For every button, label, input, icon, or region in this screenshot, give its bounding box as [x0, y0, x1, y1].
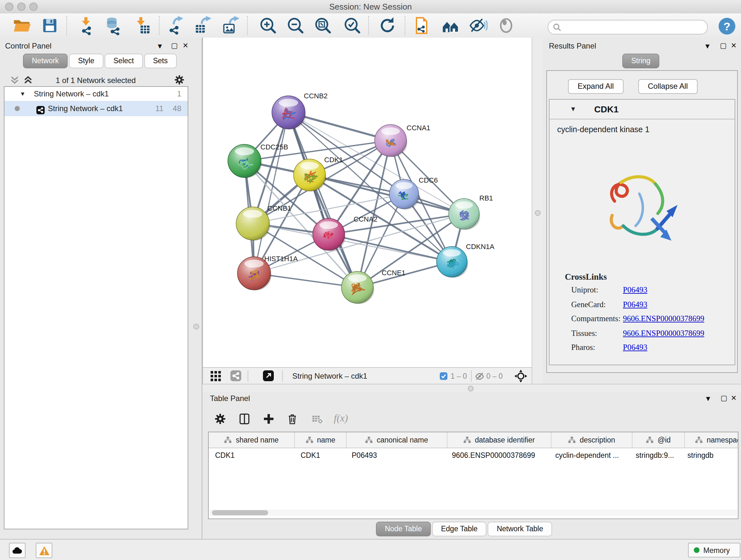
- node-CDK1[interactable]: [293, 159, 327, 192]
- edge-CCNA2-CDKN1A[interactable]: [329, 234, 452, 262]
- crosslink-link[interactable]: P06493: [623, 300, 647, 309]
- node-CCNB1[interactable]: [236, 207, 270, 241]
- section-expander-icon[interactable]: ▼: [570, 105, 576, 112]
- node-CDKN1A[interactable]: [436, 246, 468, 278]
- node-RB1[interactable]: [449, 199, 480, 230]
- network-canvas[interactable]: CCNB2CCNA1CDC25BCDK1CDC6RB1CCNB1CCNA2CDK…: [203, 38, 532, 367]
- selected-checkbox-icon[interactable]: [440, 372, 448, 381]
- network-selection-status: 1 of 1 Network selected: [0, 76, 192, 85]
- column-header-label: namespace: [707, 436, 738, 444]
- column-header--id[interactable]: @id: [632, 432, 685, 448]
- column-header-description[interactable]: description: [551, 432, 632, 448]
- column-header-shared-name[interactable]: shared name: [209, 432, 295, 448]
- float-panel-icon[interactable]: ▼: [704, 394, 712, 403]
- show-all-icon[interactable]: [496, 16, 516, 35]
- window-minimize-icon[interactable]: [17, 3, 25, 11]
- memory-button[interactable]: Memory: [688, 543, 740, 557]
- copy-network-icon[interactable]: [412, 16, 431, 35]
- table-horizontal-scrollbar[interactable]: [209, 509, 737, 516]
- close-panel-icon[interactable]: ✕: [731, 393, 737, 402]
- node-CCNB2[interactable]: [272, 96, 306, 130]
- help-icon[interactable]: ?: [718, 17, 734, 33]
- tab-network-table[interactable]: Network Table: [488, 522, 552, 537]
- node-CCNE1[interactable]: [341, 271, 374, 304]
- delete-column-icon[interactable]: [286, 413, 299, 427]
- export-table-icon[interactable]: [193, 16, 212, 35]
- column-header-name[interactable]: name: [295, 432, 347, 448]
- crosslink-label: Uniprot:: [571, 286, 598, 295]
- collection-expander-icon[interactable]: ▼: [20, 87, 25, 101]
- zoom-selected-icon[interactable]: [343, 16, 362, 35]
- gene-name: CDK1: [594, 104, 618, 114]
- toolbar-separator: [405, 16, 405, 35]
- network-options-gear-icon[interactable]: [174, 74, 185, 87]
- window-close-icon[interactable]: [5, 3, 13, 11]
- table-cell: stringdb:9...: [629, 448, 681, 462]
- edge-CCNB2-HIST1H1A[interactable]: [254, 112, 288, 273]
- table-options-gear-icon[interactable]: [214, 413, 226, 427]
- crosslink-link[interactable]: P06493: [623, 343, 647, 353]
- maximize-panel-icon[interactable]: ▢: [721, 393, 727, 402]
- first-neighbors-icon[interactable]: [441, 16, 460, 35]
- import-table-icon[interactable]: [133, 16, 152, 35]
- birdseye-grid-icon[interactable]: [211, 371, 221, 382]
- add-column-icon[interactable]: [262, 413, 275, 427]
- open-in-browser-icon[interactable]: [263, 370, 274, 382]
- network-collection-row[interactable]: ▼ String Network – cdk1 1: [4, 87, 188, 101]
- import-network-icon[interactable]: [77, 16, 96, 35]
- crosslink-label: Pharos:: [571, 343, 595, 353]
- maximize-panel-icon[interactable]: ▢: [720, 41, 727, 50]
- refresh-icon[interactable]: [378, 16, 397, 35]
- float-panel-icon[interactable]: ▼: [156, 42, 163, 51]
- tab-style[interactable]: Style: [69, 54, 103, 68]
- crosslink-link[interactable]: 9606.ENSP00000378699: [623, 329, 704, 338]
- column-header-namespace[interactable]: namespace: [685, 432, 738, 448]
- save-session-icon[interactable]: [40, 16, 59, 35]
- close-panel-icon[interactable]: ✕: [183, 41, 188, 50]
- close-panel-icon[interactable]: ✕: [731, 41, 737, 50]
- tab-string[interactable]: String: [622, 54, 659, 68]
- node-CCNA1[interactable]: [375, 125, 408, 157]
- show-columns-icon[interactable]: [238, 413, 251, 427]
- tab-sets[interactable]: Sets: [144, 54, 177, 68]
- table-row[interactable]: CDK1CDK1P064939606.ENSP00000378699cyclin…: [209, 448, 738, 462]
- node-CCNA2[interactable]: [313, 219, 346, 251]
- column-header-canonical-name[interactable]: canonical name: [347, 432, 448, 448]
- search-input[interactable]: [563, 21, 703, 33]
- maximize-panel-icon[interactable]: ▢: [171, 41, 178, 50]
- tab-select[interactable]: Select: [105, 54, 143, 68]
- crosslink-link[interactable]: P06493: [623, 286, 647, 295]
- expand-all-button[interactable]: Expand All: [568, 79, 623, 94]
- collapse-all-button[interactable]: Collapse All: [638, 79, 697, 94]
- node-CDC25B[interactable]: [228, 144, 262, 178]
- import-database-icon[interactable]: [104, 16, 123, 35]
- cloud-button[interactable]: [9, 543, 25, 558]
- hide-selected-icon[interactable]: [468, 16, 488, 35]
- zoom-in-icon[interactable]: [259, 16, 278, 35]
- cytoscape-window: Session: New Session: [0, 0, 741, 560]
- network-row[interactable]: String Network – cdk1 11 48: [4, 101, 188, 116]
- zoom-fit-icon[interactable]: [313, 16, 333, 35]
- zoom-out-icon[interactable]: [286, 16, 305, 35]
- tab-network[interactable]: Network: [23, 54, 68, 68]
- tab-edge-table[interactable]: Edge Table: [432, 522, 487, 537]
- window-zoom-icon[interactable]: [29, 3, 38, 11]
- vertical-splitter-handle[interactable]: [535, 210, 541, 216]
- export-network-icon[interactable]: [166, 16, 185, 35]
- horizontal-splitter-handle[interactable]: [468, 386, 474, 391]
- column-header-database-identifier[interactable]: database identifier: [448, 432, 551, 448]
- pan-crosshair-icon[interactable]: [515, 370, 527, 384]
- left-splitter-handle[interactable]: [193, 324, 199, 329]
- tab-node-table[interactable]: Node Table: [376, 522, 431, 537]
- export-image-icon[interactable]: [221, 16, 241, 35]
- float-panel-icon[interactable]: ▼: [704, 42, 711, 51]
- crosslink-link[interactable]: 9606.ENSP00000378699: [623, 314, 704, 324]
- edge-CCNA1-CCNE1[interactable]: [357, 140, 391, 287]
- string-share-icon[interactable]: [230, 370, 241, 382]
- node-CDC6[interactable]: [389, 179, 420, 209]
- warnings-button[interactable]: [36, 543, 52, 558]
- vertical-splitter[interactable]: [532, 38, 544, 384]
- open-file-icon[interactable]: [12, 16, 31, 35]
- cloud-icon: [12, 547, 22, 554]
- network-label: String Network – cdk1: [48, 101, 123, 116]
